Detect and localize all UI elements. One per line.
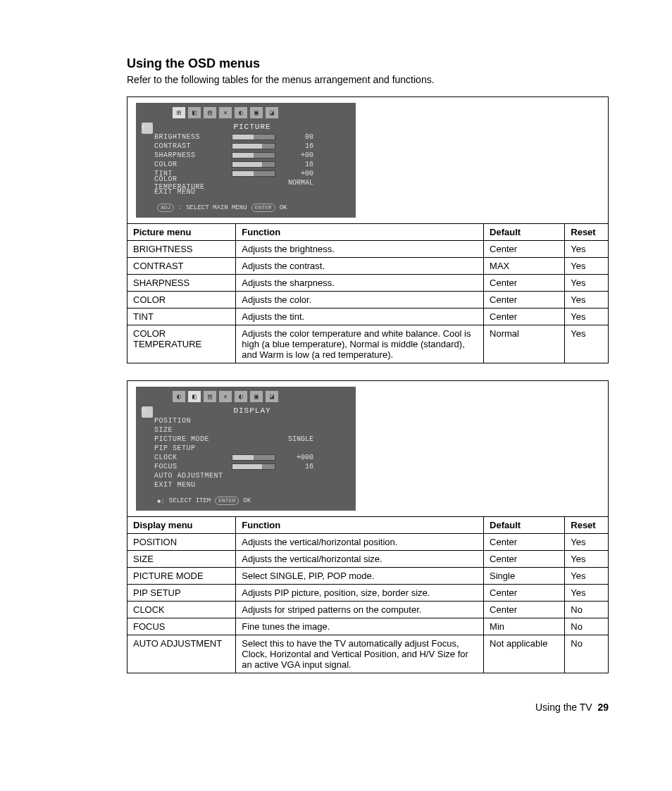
- table-row: COLORAdjusts the color.CenterYes: [127, 292, 609, 309]
- table-cell: POSITION: [127, 534, 236, 551]
- table-cell: No: [565, 602, 609, 618]
- osd-tab-icon: ◧: [188, 391, 201, 402]
- col-header: Function: [236, 224, 484, 241]
- osd-tab-icon: ◧: [188, 107, 201, 118]
- table-cell: Single: [484, 568, 565, 585]
- col-header: Reset: [565, 224, 609, 241]
- table-row: COLOR TEMPERATUREAdjusts the color tempe…: [127, 325, 609, 363]
- table-cell: Normal: [484, 325, 565, 363]
- osd-row: EXIT MENU: [154, 480, 350, 490]
- osd-tab-icons: ◐ ◧ ▤ ✕ ◐ ▣ ◪: [173, 391, 350, 402]
- table-cell: Yes: [565, 585, 609, 602]
- osd-row: CONTRAST16: [154, 142, 350, 151]
- table-cell: Fine tunes the image.: [236, 618, 484, 635]
- osd-row: POSITION: [154, 416, 350, 425]
- table-cell: Yes: [565, 258, 609, 275]
- osd-row: SHARPNESS+00: [154, 151, 350, 160]
- osd-tab-icon: ▤: [204, 391, 216, 402]
- osd-row-label: AUTO ADJUSTMENT: [154, 472, 232, 480]
- osd-row-label: CONTRAST: [154, 142, 232, 150]
- table-cell: PIP SETUP: [127, 585, 236, 602]
- osd-row-label: POSITION: [154, 417, 232, 425]
- table-cell: BRIGHTNESS: [127, 241, 236, 258]
- table-cell: COLOR: [127, 292, 236, 309]
- osd-tab-icon: ◐: [235, 391, 247, 402]
- table-cell: Center: [484, 241, 565, 258]
- osd-row: CLOCK+000: [154, 453, 350, 462]
- table-cell: AUTO ADJUSTMENT: [127, 635, 236, 673]
- table-cell: Yes: [565, 551, 609, 568]
- osd-screenshot-display: ◐ ◧ ▤ ✕ ◐ ▣ ◪ ⊞ DISPLAY POSITIONSIZEPICT…: [127, 381, 609, 517]
- table-cell: Center: [484, 585, 565, 602]
- table-row: POSITIONAdjusts the vertical/horizontal …: [127, 534, 609, 551]
- osd-tab-icon: ◪: [266, 391, 278, 402]
- page-footer: Using the TV 29: [127, 702, 609, 713]
- table-row: BRIGHTNESSAdjusts the brightness.CenterY…: [127, 241, 609, 258]
- table-cell: No: [565, 635, 609, 673]
- table-row: CONTRASTAdjusts the contrast.MAXYes: [127, 258, 609, 275]
- osd-tab-icon: ◐: [235, 107, 247, 118]
- table-row: SIZEAdjusts the vertical/horizontal size…: [127, 551, 609, 568]
- osd-tab-icon: ⊞: [173, 107, 185, 118]
- table-cell: Adjusts for striped patterns on the comp…: [236, 602, 484, 618]
- osd-slider: [232, 463, 275, 470]
- osd-tab-icon: ▣: [250, 107, 263, 118]
- table-row: CLOCKAdjusts for striped patterns on the…: [127, 602, 609, 618]
- display-menu-table: ◐ ◧ ▤ ✕ ◐ ▣ ◪ ⊞ DISPLAY POSITIONSIZEPICT…: [127, 380, 609, 673]
- table-cell: Adjusts the color.: [236, 292, 484, 309]
- table-cell: Select this to have the TV automatically…: [236, 635, 484, 673]
- table-row: AUTO ADJUSTMENTSelect this to have the T…: [127, 635, 609, 673]
- nav-icon: ◆:: [157, 497, 165, 505]
- table-row: TINTAdjusts the tint.CenterYes: [127, 309, 609, 325]
- table-cell: PICTURE MODE: [127, 568, 236, 585]
- osd-screenshot-picture: ⊞ ◧ ▤ ✕ ◐ ▣ ◪ ◐ PICTURE BRIGHTNESS08CONT…: [127, 97, 609, 224]
- table-row: FOCUSFine tunes the image.MinNo: [127, 618, 609, 635]
- osd-active-icon: ⊞: [142, 406, 153, 418]
- osd-row-value: 16: [275, 161, 313, 168]
- osd-row-value: NORMAL: [275, 179, 313, 187]
- osd-row-value: +00: [275, 170, 313, 177]
- table-cell: No: [565, 618, 609, 635]
- osd-row-label: CLOCK: [154, 454, 232, 461]
- table-cell: CONTRAST: [127, 258, 236, 275]
- enter-pill: ENTER: [251, 204, 275, 212]
- table-cell: Adjusts the color temperature and white …: [236, 325, 484, 363]
- osd-tab-icon: ✕: [219, 107, 232, 118]
- table-cell: Yes: [565, 292, 609, 309]
- osd-row-value: 16: [275, 142, 313, 150]
- section-heading: Using the OSD menus: [127, 56, 609, 71]
- osd-tab-icon: ◪: [266, 107, 278, 118]
- table-cell: Adjusts the contrast.: [236, 258, 484, 275]
- table-cell: Center: [484, 551, 565, 568]
- osd-row-value: +00: [275, 151, 313, 159]
- table-cell: COLOR TEMPERATURE: [127, 325, 236, 363]
- osd-slider: [232, 454, 275, 461]
- osd-row: COLOR TEMPERATURENORMAL: [154, 178, 350, 187]
- osd-tab-icon: ✕: [219, 391, 232, 402]
- table-cell: Yes: [565, 275, 609, 292]
- osd-row-label: SIZE: [154, 426, 232, 434]
- table-cell: Not applicable: [484, 635, 565, 673]
- table-header-row: Display menu Function Default Reset: [127, 517, 609, 534]
- osd-row: PIP SETUP: [154, 444, 350, 453]
- osd-row-label: PIP SETUP: [154, 444, 232, 452]
- osd-row-label: FOCUS: [154, 463, 232, 471]
- page-number: 29: [597, 702, 609, 713]
- table-cell: FOCUS: [127, 618, 236, 635]
- osd-footer: ◆: SELECT ITEM ENTER OK: [142, 497, 350, 505]
- osd-row-label: EXIT MENU: [154, 188, 232, 196]
- osd-row: PICTURE MODESINGLE: [154, 435, 350, 444]
- osd-slider: [232, 152, 275, 158]
- col-header: Picture menu: [127, 224, 236, 241]
- table-cell: Adjusts the tint.: [236, 309, 484, 325]
- osd-row-label: BRIGHTNESS: [154, 133, 232, 141]
- osd-row: EXIT MENU: [154, 187, 350, 197]
- osd-title: DISPLAY: [154, 406, 350, 415]
- osd-row: COLOR16: [154, 160, 350, 169]
- table-header-row: Picture menu Function Default Reset: [127, 224, 609, 241]
- osd-tab-icons: ⊞ ◧ ▤ ✕ ◐ ▣ ◪: [173, 107, 350, 118]
- osd-row-value: 16: [275, 463, 313, 471]
- table-cell: Yes: [565, 325, 609, 363]
- table-cell: Center: [484, 309, 565, 325]
- col-header: Reset: [565, 517, 609, 534]
